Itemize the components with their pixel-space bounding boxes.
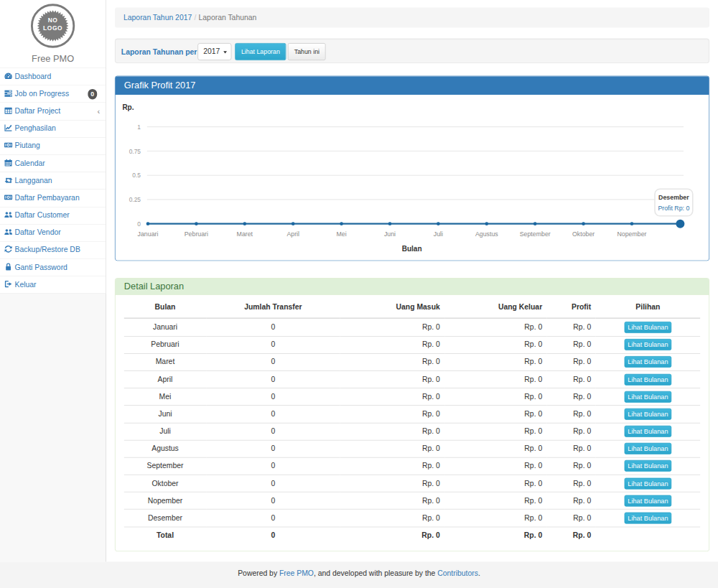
svg-text:Oktober: Oktober — [572, 230, 595, 237]
svg-text:Nopember: Nopember — [617, 230, 646, 237]
svg-text:LOGO: LOGO — [43, 24, 62, 32]
svg-text:NO: NO — [48, 17, 58, 24]
svg-text:Maret: Maret — [237, 230, 253, 237]
svg-text:Bulan: Bulan — [402, 244, 422, 252]
svg-text:April: April — [286, 230, 299, 237]
svg-text:0: 0 — [137, 220, 141, 227]
svg-text:0.75: 0.75 — [129, 147, 141, 154]
svg-text:1: 1 — [137, 123, 141, 130]
svg-text:Pebruari: Pebruari — [185, 230, 208, 237]
svg-text:Juni: Juni — [384, 230, 396, 237]
svg-text:0.5: 0.5 — [132, 172, 141, 179]
svg-text:Mei: Mei — [337, 230, 347, 237]
svg-text:Agustus: Agustus — [475, 230, 498, 237]
svg-text:September: September — [520, 230, 551, 237]
svg-text:0.25: 0.25 — [129, 196, 141, 203]
svg-text:Rp.: Rp. — [122, 103, 134, 111]
svg-text:Januari: Januari — [138, 230, 159, 237]
svg-text:Juli: Juli — [434, 230, 443, 237]
